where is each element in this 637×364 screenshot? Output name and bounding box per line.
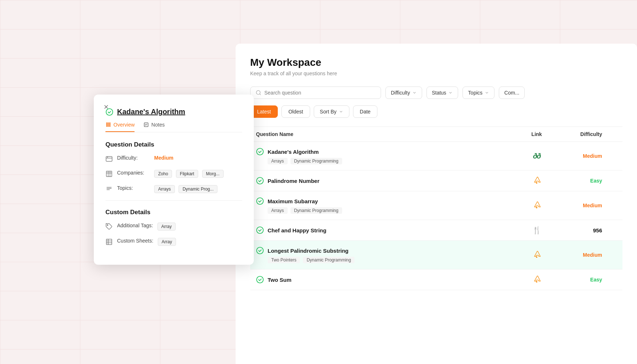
additional-tags-values: Array [157,223,178,231]
difficulty-cell: 956 [558,227,617,233]
difficulty-badge: Medium [583,252,602,258]
tags-row: Arrays Dynamic Programming [256,207,515,214]
topics-tags: Arrays Dynamic Prog... [154,185,220,193]
detail-title-row: Kadane's Algorithm [105,108,242,116]
search-icon [256,90,261,96]
section-divider [105,200,242,201]
table-row[interactable]: Chef and Happy String 🍴 956 [250,220,622,241]
companies-tags: Zoho Flipkart Morg... [154,170,226,178]
svg-point-15 [107,225,108,226]
link-cell[interactable]: 🍴 [515,226,558,235]
solved-check-icon [256,226,264,234]
table-row[interactable]: Kadane's Algorithm Arrays Dynamic Progra… [250,142,622,171]
svg-point-9 [257,276,263,283]
status-filter[interactable]: Status [426,87,458,99]
svg-point-7 [257,247,263,254]
tags-row: Two Pointers Dynamic Programming [256,257,515,263]
additional-tags-field: Additional Tags: Array [105,223,242,231]
table-header: Question Name Link Difficulty [250,127,622,142]
question-name-row: Maximum Subarray [256,197,515,205]
sort-by-button[interactable]: Sort By [314,105,349,118]
company-tag: Flipkart [176,170,198,178]
difficulty-filter[interactable]: Difficulty [385,87,422,99]
search-input[interactable] [264,90,376,96]
companies-icon [105,170,113,177]
detail-panel: Kadane's Algorithm Overview Notes Questi… [94,95,254,265]
difficulty-badge: Medium [583,153,602,159]
link-cell[interactable] [515,176,558,185]
svg-point-1 [257,148,263,155]
question-name: Chef and Happy String [268,227,326,233]
question-name: Longest Palindromic Substring [268,248,349,254]
latest-button[interactable]: Latest [250,105,278,118]
tag: Arrays [268,207,288,214]
link-cell[interactable] [515,201,558,210]
workspace-subtitle: Keep a track of all your questions here [250,71,622,76]
svg-rect-12 [144,123,148,127]
svg-point-6 [257,227,263,233]
tab-overview[interactable]: Overview [105,122,135,132]
topics-icon [105,185,113,193]
svg-point-5 [536,207,537,208]
custom-sheet-tag: Array [158,238,176,246]
leetcode-icon [532,275,541,284]
companies-field: Companies: Zoho Flipkart Morg... [105,170,242,178]
link-cell[interactable] [515,275,558,284]
tab-notes[interactable]: Notes [143,122,165,132]
link-cell[interactable] [515,251,558,259]
difficulty-cell: Medium [558,252,617,258]
question-cell: Longest Palindromic Substring Two Pointe… [256,247,515,263]
table-row[interactable]: Maximum Subarray Arrays Dynamic Programm… [250,191,622,220]
company-tag: Zoho [154,170,172,178]
table-row[interactable]: Longest Palindromic Substring Two Pointe… [250,241,622,269]
svg-point-3 [536,182,537,184]
table-row[interactable]: Two Sum Easy [250,269,622,290]
leetcode-icon [532,251,541,259]
question-name-row: Chef and Happy String [256,226,515,234]
question-name: Palindrome Number [268,178,320,184]
leetcode-icon [532,176,541,185]
solved-check-icon [256,177,264,185]
question-name: Maximum Subarray [268,198,318,204]
codechef-icon: 🍴 [532,226,541,235]
tag: Dynamic Programming [291,158,342,164]
chevron-down-icon [339,109,343,114]
difficulty-field: Difficulty: Medium [105,155,242,163]
oldest-button[interactable]: Oldest [281,105,310,118]
question-cell: Two Sum [256,276,515,284]
question-name-row: Longest Palindromic Substring [256,247,515,255]
difficulty-value: Medium [154,155,173,161]
custom-sheets-values: Array [158,238,179,246]
search-box[interactable] [250,87,381,99]
chevron-down-icon [412,91,417,95]
tag: Two Pointers [268,257,300,263]
question-name-row: Two Sum [256,276,515,284]
overview-icon [105,122,111,128]
link-cell[interactable]: ðð [515,152,558,160]
svg-point-8 [536,256,537,258]
companies-filter[interactable]: Com... [499,87,525,99]
custom-details-title: Custom Details [105,209,242,216]
gfg-icon: ðð [533,152,540,160]
chevron-down-icon [485,91,489,95]
detail-panel-title[interactable]: Kadane's Algorithm [117,108,185,116]
close-button[interactable] [101,102,111,112]
solved-check-icon [256,148,264,156]
svg-point-10 [536,281,537,283]
tag: Arrays [268,158,288,164]
difficulty-label: Difficulty: [117,155,150,161]
question-name-row: Palindrome Number [256,177,515,185]
difficulty-badge: Medium [583,203,602,208]
col-difficulty: Difficulty [558,131,617,137]
tag: Dynamic Programming [291,207,342,214]
date-button[interactable]: Date [353,105,378,118]
table-row[interactable]: Palindrome Number Easy [250,171,622,191]
topics-filter[interactable]: Topics [462,87,494,99]
question-cell: Maximum Subarray Arrays Dynamic Programm… [256,197,515,214]
question-cell: Kadane's Algorithm Arrays Dynamic Progra… [256,148,515,164]
svg-point-0 [256,91,260,95]
svg-point-4 [257,198,263,204]
svg-point-2 [257,177,263,184]
question-name: Two Sum [268,277,292,283]
question-details-title: Question Details [105,141,242,148]
